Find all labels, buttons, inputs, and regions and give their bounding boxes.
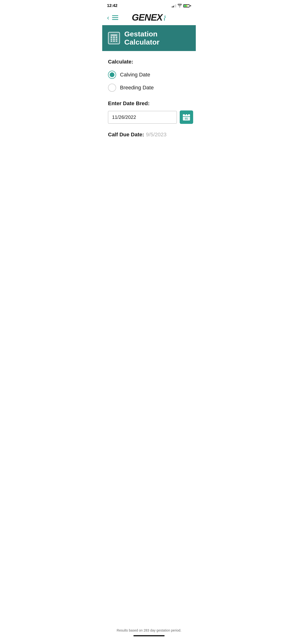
calculate-label: Calculate: bbox=[108, 59, 190, 65]
date-bred-input[interactable] bbox=[108, 111, 177, 124]
battery-icon: ⚡ bbox=[183, 4, 191, 8]
logo-tilde: ⌇ bbox=[163, 14, 166, 22]
nav-bar: ‹ GENEX⌇ bbox=[102, 10, 196, 25]
result-value: 9/5/2023 bbox=[146, 132, 167, 138]
calving-date-option[interactable]: Calving Date bbox=[108, 71, 190, 79]
calendar-icon: 01 bbox=[182, 113, 191, 121]
logo-text: GENEX⌇ bbox=[132, 12, 166, 22]
svg-rect-1 bbox=[183, 114, 190, 116]
breeding-date-label: Breeding Date bbox=[120, 84, 154, 91]
calving-date-radio[interactable] bbox=[108, 71, 116, 79]
status-icons: ⚡ bbox=[172, 4, 191, 8]
menu-button[interactable] bbox=[112, 15, 118, 20]
breeding-date-option[interactable]: Breeding Date bbox=[108, 84, 190, 92]
header-banner: Gestation Calculator bbox=[102, 25, 196, 51]
svg-rect-4 bbox=[187, 114, 188, 115]
main-content: Calculate: Calving Date Breeding Date En… bbox=[102, 51, 196, 153]
date-input-row: 01 bbox=[108, 110, 190, 124]
calculate-radio-group: Calving Date Breeding Date bbox=[108, 71, 190, 92]
svg-text:01: 01 bbox=[185, 117, 188, 120]
breeding-date-radio[interactable] bbox=[108, 84, 116, 92]
status-bar: 12:42 ⚡ bbox=[102, 0, 196, 10]
status-time: 12:42 bbox=[107, 3, 117, 8]
svg-rect-3 bbox=[185, 114, 186, 115]
calculator-icon bbox=[108, 32, 120, 44]
result-label: Calf Due Date: bbox=[108, 132, 144, 138]
app-logo: GENEX⌇ bbox=[118, 12, 179, 23]
calving-date-label: Calving Date bbox=[120, 72, 150, 78]
page-title: Gestation Calculator bbox=[124, 30, 190, 46]
calendar-button[interactable]: 01 bbox=[180, 110, 193, 124]
result-row: Calf Due Date: 9/5/2023 bbox=[108, 132, 190, 138]
signal-icon bbox=[172, 4, 176, 8]
back-button[interactable]: ‹ bbox=[107, 14, 109, 22]
wifi-icon bbox=[178, 4, 182, 8]
date-bred-label: Enter Date Bred: bbox=[108, 100, 190, 106]
date-bred-section: Enter Date Bred: 01 bbox=[108, 100, 190, 124]
